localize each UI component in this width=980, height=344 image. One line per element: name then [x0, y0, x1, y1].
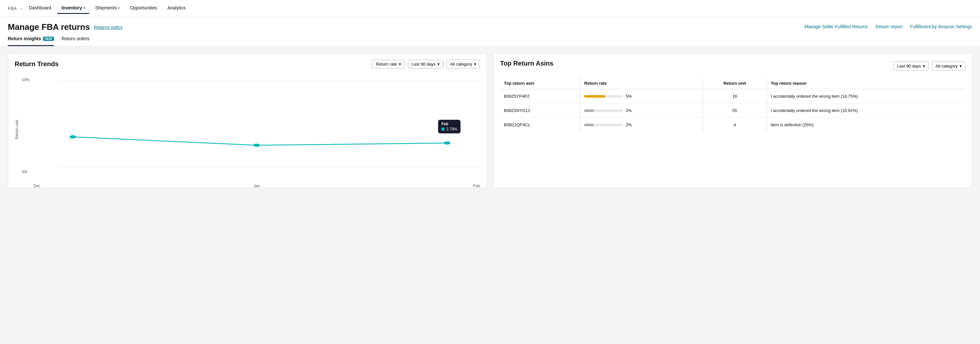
inventory-chevron-icon: ▾	[83, 6, 85, 10]
page-header: Manage FBA returns Returns policy Manage…	[0, 17, 980, 32]
rate-pct-label: 2%	[625, 123, 635, 127]
reason-cell: I accidentally ordered the wrong item (1…	[767, 89, 966, 104]
x-label-dec: Dec	[33, 184, 40, 188]
last-90-days-dropdown[interactable]: Last 90 days ▾	[408, 60, 443, 68]
top-navigation: FBA → Dashboard Inventory ▾ Shipments ▾ …	[0, 0, 980, 17]
col-header-asin: Top return asin	[500, 78, 580, 89]
table-row: B08Z5NYG12 2% 55 I accidentally ordered …	[500, 104, 966, 118]
rate-cell: 2%	[580, 118, 703, 132]
bar-fill	[584, 95, 605, 98]
right-card-header: Top Return Asins Last 90 days ▾ All cate…	[500, 60, 966, 72]
shipments-chevron-icon: ▾	[118, 6, 120, 10]
header-links: Manage Seller Fulfilled Returns Return r…	[805, 22, 972, 29]
return-rate-dropdown[interactable]: Return rate ▾	[372, 60, 405, 68]
chart-inner: 10% 0%	[22, 78, 480, 182]
all-category-left-chevron-icon: ▾	[474, 62, 476, 67]
x-axis-labels: Dec Jan Feb	[22, 182, 480, 188]
chart-area: Return rate 10% 0%	[14, 78, 480, 182]
nav-shipments[interactable]: Shipments ▾	[91, 3, 124, 14]
all-category-dropdown-left[interactable]: All category ▾	[447, 60, 480, 68]
chart-controls: Return rate ▾ Last 90 days ▾ All categor…	[372, 60, 480, 68]
col-header-unit: Return unit	[703, 78, 767, 89]
unit-cell: 4	[703, 118, 767, 132]
bar-track	[584, 95, 623, 98]
top-return-asins-table: Top return asin Return rate Return unit …	[500, 78, 966, 132]
bar-track	[584, 109, 623, 112]
table-row: B0B22QF9CL 2% 4 Item is defective (25%)	[500, 118, 966, 132]
fulfillment-settings-link[interactable]: Fulfillment by Amazon Settings	[910, 24, 972, 29]
x-label-feb: Feb	[473, 184, 480, 188]
x-label-jan: Jan	[254, 184, 260, 188]
page-title-section: Manage FBA returns Returns policy	[8, 22, 123, 32]
main-content: Return Trends Return rate ▾ Last 90 days…	[0, 46, 980, 195]
right-all-category-dropdown[interactable]: All category ▾	[932, 62, 966, 70]
rate-cell: 2%	[580, 104, 703, 118]
y-axis-label: Return rate	[14, 78, 19, 182]
asin-cell: B0B22QF9CL	[500, 118, 580, 132]
asin-cell: B08Z5YP4PZ	[500, 89, 580, 104]
page-title: Manage FBA returns	[8, 22, 90, 32]
last-90-chevron-icon: ▾	[438, 62, 440, 67]
nav-opportunities[interactable]: Opportunities	[126, 3, 162, 14]
reason-cell: I accidentally ordered the wrong item (1…	[767, 104, 966, 118]
return-trends-title: Return Trends	[14, 61, 59, 68]
reason-cell: Item is defective (25%)	[767, 118, 966, 132]
new-badge: NEW	[43, 37, 54, 41]
right-last-90-days-dropdown[interactable]: Last 90 days ▾	[893, 62, 929, 70]
fba-nav-item: FBA →	[8, 6, 23, 11]
tab-return-orders[interactable]: Return orders	[62, 32, 89, 46]
col-header-rate: Return rate	[580, 78, 703, 89]
rate-pct-label: 2%	[625, 108, 635, 113]
bar-track	[584, 124, 623, 126]
table-row: B08Z5YP4PZ 5% 16 I accidentally ordered …	[500, 89, 966, 104]
col-header-reason: Top return reason	[767, 78, 966, 89]
top-return-asins-card: Top Return Asins Last 90 days ▾ All cate…	[493, 53, 972, 188]
nav-dashboard[interactable]: Dashboard	[24, 3, 56, 14]
returns-policy-link[interactable]: Returns policy	[94, 25, 123, 30]
return-rate-chevron-icon: ▾	[399, 62, 401, 67]
top-return-asins-title: Top Return Asins	[500, 60, 553, 67]
chart-point-dec	[69, 135, 76, 139]
tabs-bar: Return insights NEW Return orders	[0, 32, 980, 46]
return-report-link[interactable]: Return report	[876, 24, 902, 29]
chart-point-feb	[444, 142, 450, 145]
unit-cell: 55	[703, 104, 767, 118]
right-last-90-chevron-icon: ▾	[923, 64, 925, 68]
nav-arrow: →	[19, 6, 23, 11]
rate-pct-label: 5%	[625, 94, 635, 99]
unit-cell: 16	[703, 89, 767, 104]
right-all-category-chevron-icon: ▾	[959, 64, 962, 68]
nav-inventory[interactable]: Inventory ▾	[57, 3, 89, 14]
asin-cell: B08Z5NYG12	[500, 104, 580, 118]
fba-label[interactable]: FBA	[8, 6, 16, 11]
return-trends-card: Return Trends Return rate ▾ Last 90 days…	[8, 53, 487, 188]
chart-point-jan	[253, 144, 260, 147]
bar-fill	[584, 124, 594, 126]
right-controls: Last 90 days ▾ All category ▾	[893, 62, 966, 70]
rate-cell: 5%	[580, 89, 703, 104]
return-trends-chart	[22, 78, 480, 182]
tab-return-insights[interactable]: Return insights NEW	[8, 32, 54, 46]
bar-fill	[584, 109, 594, 112]
nav-analytics[interactable]: Analytics	[163, 3, 190, 14]
manage-seller-fulfilled-link[interactable]: Manage Seller Fulfilled Returns	[805, 24, 868, 29]
